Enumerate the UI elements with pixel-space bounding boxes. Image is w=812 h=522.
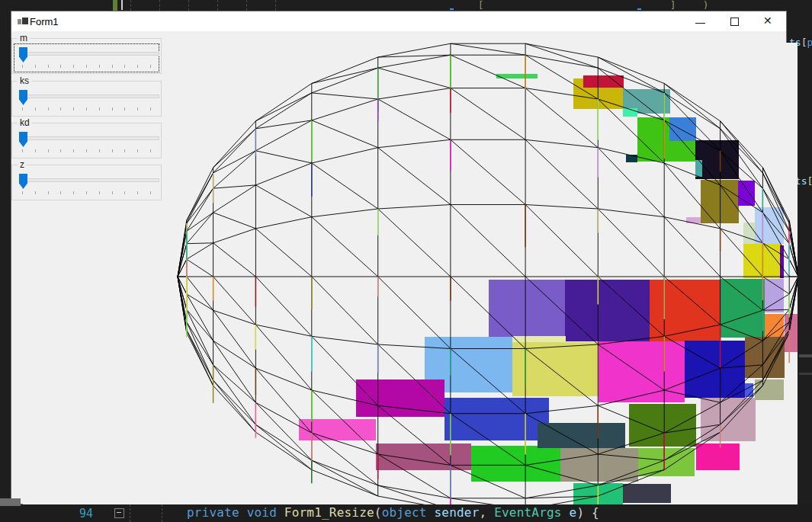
- code-line: private void Form1_Resize(object sender,…: [187, 505, 599, 520]
- code-editor-strip: 94 private void Form1_Resize(object send…: [0, 504, 812, 522]
- groupbox-kd: kd: [11, 123, 162, 159]
- indent-guide: [159, 0, 160, 11]
- maximize-button[interactable]: [717, 11, 752, 31]
- close-icon: ✕: [763, 14, 772, 27]
- squiggle-dot: [637, 8, 641, 10]
- code-fragment: [: [478, 0, 483, 10]
- trackbar-groove[interactable]: [21, 178, 159, 182]
- indent-guide: [275, 0, 276, 11]
- trackbar-thumb[interactable]: [19, 174, 27, 189]
- code-fold-toggle[interactable]: [114, 508, 124, 518]
- indent-guide: [246, 0, 247, 11]
- indent-guide: [162, 504, 162, 522]
- minimize-button[interactable]: [683, 11, 717, 31]
- form-window: Form1 ✕ m ks: [11, 11, 787, 504]
- trackbar-ticks: [22, 191, 153, 195]
- groupbox-m: m: [11, 38, 162, 74]
- trackbar-ticks: [22, 149, 153, 153]
- hscrollbar-thumb[interactable]: [0, 498, 21, 506]
- trackbar-ks[interactable]: [12, 82, 161, 116]
- code-fragment: ): [703, 0, 708, 10]
- indent-guide: [130, 504, 130, 522]
- line-number: 94: [79, 507, 93, 520]
- indent-guide: [188, 0, 189, 11]
- scrollbar-annotation: [799, 373, 812, 375]
- groupbox-ks: ks: [11, 81, 162, 117]
- trackbar-groove[interactable]: [21, 52, 159, 56]
- trackbar-groove[interactable]: [21, 136, 159, 140]
- scrollbar-annotation: [799, 354, 812, 357]
- squiggle-dot: [450, 8, 454, 10]
- trackbar-thumb[interactable]: [19, 90, 27, 105]
- indent-guide: [130, 0, 131, 11]
- code-fragment: ]: [670, 0, 676, 10]
- form-icon: [18, 17, 28, 27]
- close-button[interactable]: ✕: [752, 11, 786, 31]
- minimize-icon: [695, 23, 705, 24]
- titlebar[interactable]: Form1 ✕: [11, 11, 786, 31]
- screen: []) ts[pnts[ Form1 ✕ m: [0, 0, 812, 522]
- trackbar-m[interactable]: [12, 39, 161, 73]
- trackbar-ticks: [22, 65, 153, 69]
- trackbar-thumb[interactable]: [19, 132, 27, 147]
- groupbox-z: z: [11, 165, 162, 200]
- editor-caret: [121, 0, 123, 10]
- editor-change-bar: [113, 0, 117, 11]
- window-title: Form1: [30, 16, 59, 27]
- trackbar-z[interactable]: [12, 165, 161, 200]
- trackbar-ticks: [22, 107, 153, 111]
- trackbar-kd[interactable]: [12, 123, 161, 158]
- maximize-icon: [730, 18, 739, 26]
- indent-guide: [217, 0, 218, 11]
- trackbar-groove[interactable]: [21, 94, 159, 98]
